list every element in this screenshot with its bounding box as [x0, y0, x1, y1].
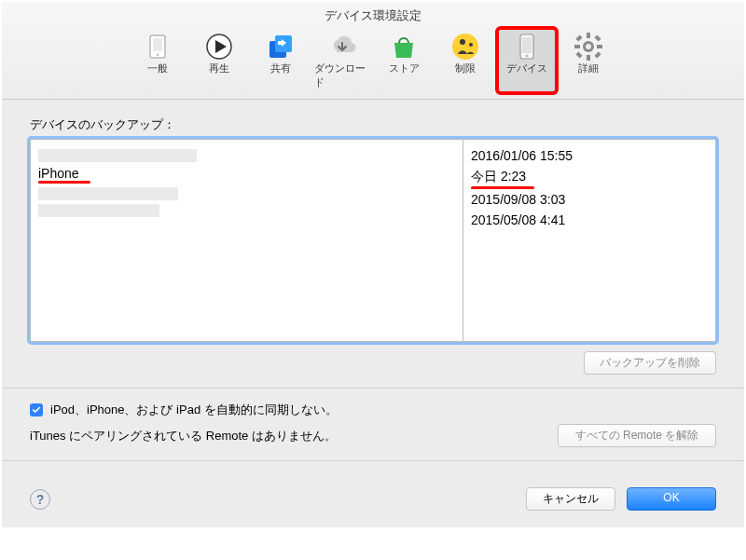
parental-icon — [450, 32, 480, 61]
tab-devices[interactable]: デバイス — [497, 28, 557, 93]
tab-store[interactable]: ストア — [374, 28, 434, 93]
tab-downloads[interactable]: ダウンロード — [312, 28, 372, 93]
tab-label: 詳細 — [578, 61, 599, 75]
cloud-download-icon — [327, 32, 357, 61]
tab-label: 再生 — [209, 61, 229, 75]
divider — [2, 460, 744, 461]
help-icon: ? — [36, 492, 45, 507]
list-item[interactable] — [38, 149, 197, 162]
play-icon — [204, 32, 234, 61]
svg-rect-11 — [522, 37, 532, 53]
auto-sync-row: iPod、iPhone、および iPad を自動的に同期しない。 — [30, 402, 716, 418]
store-icon — [389, 32, 419, 61]
general-icon — [143, 32, 173, 61]
auto-sync-label: iPod、iPhone、および iPad を自動的に同期しない。 — [50, 402, 338, 418]
tab-label: ストア — [389, 61, 420, 75]
svg-point-2 — [157, 54, 159, 57]
svg-rect-14 — [587, 33, 590, 38]
tab-advanced[interactable]: 詳細 — [559, 28, 618, 93]
svg-rect-16 — [574, 45, 580, 48]
tab-label: 共有 — [270, 61, 291, 75]
svg-rect-19 — [594, 51, 601, 58]
tab-label: 一般 — [147, 61, 168, 75]
svg-rect-15 — [587, 55, 590, 61]
divider — [2, 388, 744, 389]
tab-label: 制限 — [455, 61, 476, 75]
annotation-underline — [38, 181, 90, 184]
tab-playback[interactable]: 再生 — [189, 28, 249, 93]
remote-row: iTunes にペアリングされている Remote はありません。 すべての R… — [30, 424, 716, 447]
backup-date: 2015/05/08 4:41 — [471, 210, 708, 230]
unpair-remotes-button[interactable]: すべての Remote を解除 — [558, 424, 716, 447]
cancel-button[interactable]: キャンセル — [526, 487, 615, 511]
check-icon — [32, 405, 41, 415]
tab-general[interactable]: 一般 — [128, 28, 187, 93]
window-title: デバイス環境設定 — [2, 2, 744, 26]
svg-rect-17 — [597, 45, 602, 48]
help-button[interactable]: ? — [30, 489, 50, 510]
backup-section-label: デバイスのバックアップ： — [30, 116, 716, 133]
device-icon — [512, 32, 542, 61]
svg-point-12 — [526, 55, 529, 58]
backup-date: 2015/09/08 3:03 — [471, 189, 708, 210]
svg-rect-21 — [575, 51, 582, 58]
list-item[interactable] — [38, 187, 178, 200]
svg-rect-18 — [575, 34, 582, 41]
preference-tabs: 一般 再生 共有 ダウンロード — [2, 26, 744, 100]
delete-backup-button[interactable]: バックアップを削除 — [584, 351, 716, 375]
backup-list[interactable]: iPhone 2016/01/06 15:55 今日 2:23 2015/09/… — [30, 139, 716, 342]
backup-date: 2016/01/06 15:55 — [471, 145, 708, 166]
backup-list-names: iPhone — [31, 140, 463, 341]
auto-sync-checkbox[interactable] — [30, 403, 43, 417]
tab-label: ダウンロード — [314, 61, 370, 89]
list-item[interactable]: iPhone — [38, 166, 455, 184]
backup-list-dates: 2016/01/06 15:55 今日 2:23 2015/09/08 3:03… — [463, 140, 715, 341]
backup-date-text: 今日 2:23 — [471, 169, 526, 184]
svg-point-7 — [452, 34, 478, 60]
svg-point-8 — [460, 39, 465, 45]
tab-sharing[interactable]: 共有 — [251, 28, 311, 93]
svg-rect-20 — [594, 34, 601, 41]
svg-point-9 — [469, 43, 473, 47]
svg-rect-1 — [153, 38, 162, 51]
list-item[interactable] — [38, 204, 159, 217]
svg-point-22 — [586, 44, 591, 49]
ok-button[interactable]: OK — [627, 487, 716, 511]
device-name: iPhone — [38, 166, 79, 181]
tab-label: デバイス — [506, 61, 547, 75]
tab-restrictions[interactable]: 制限 — [435, 28, 495, 93]
backup-date: 今日 2:23 — [471, 166, 708, 189]
remote-status-label: iTunes にペアリングされている Remote はありません。 — [30, 428, 337, 444]
gear-icon — [573, 32, 603, 61]
sharing-icon — [266, 32, 296, 61]
